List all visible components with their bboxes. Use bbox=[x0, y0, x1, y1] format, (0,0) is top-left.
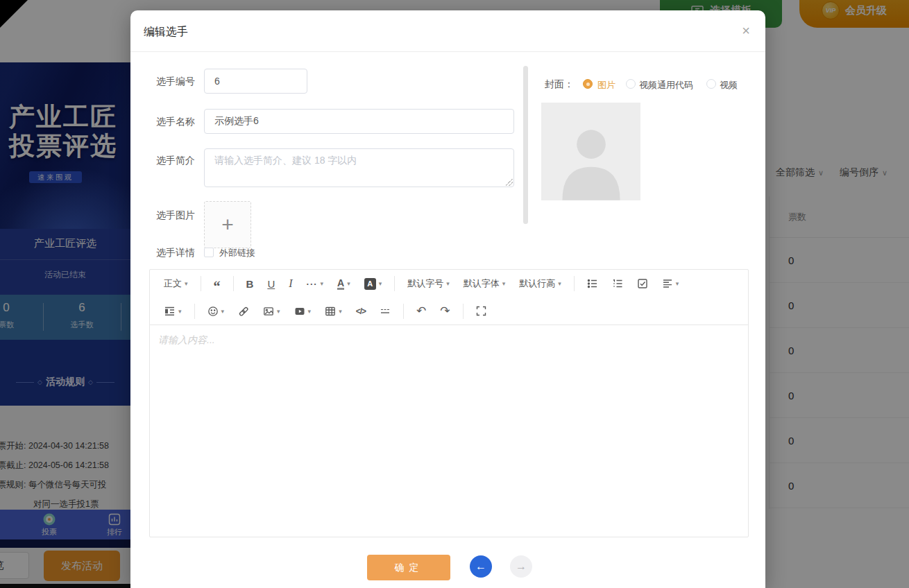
caret-down-icon: ▾ bbox=[676, 280, 679, 287]
image-dropdown[interactable]: ▾ bbox=[256, 302, 287, 321]
redo-button[interactable]: ↷ bbox=[433, 302, 457, 321]
ordered-list-icon bbox=[612, 278, 623, 289]
player-number-input[interactable] bbox=[204, 69, 307, 94]
italic-button[interactable]: I bbox=[282, 274, 299, 293]
arrow-right-icon: → bbox=[516, 560, 527, 573]
more-styles-dropdown[interactable]: ··· ▾ bbox=[300, 274, 331, 293]
align-icon bbox=[662, 278, 673, 289]
redo-icon: ↷ bbox=[440, 304, 450, 318]
undo-button[interactable]: ↶ bbox=[409, 302, 433, 321]
align-dropdown[interactable]: ▾ bbox=[655, 274, 686, 293]
link-button[interactable] bbox=[231, 302, 256, 321]
player-image-label: 选手图片 bbox=[156, 209, 195, 222]
code-icon: </> bbox=[356, 306, 366, 316]
horizontal-rule-icon bbox=[380, 306, 391, 317]
font-size-dropdown[interactable]: 默认字号 ▾ bbox=[400, 274, 457, 293]
underline-icon: U bbox=[267, 278, 275, 290]
cover-radio-video[interactable] bbox=[706, 79, 716, 89]
editor-placeholder: 请输入内容... bbox=[158, 334, 215, 345]
font-size-label: 默认字号 bbox=[407, 277, 443, 290]
cover-radio-image[interactable] bbox=[583, 79, 593, 89]
cover-label: 封面： bbox=[545, 78, 574, 91]
image-upload-box[interactable]: + bbox=[204, 201, 251, 248]
caret-down-icon: ▾ bbox=[178, 308, 182, 315]
external-link-checkbox[interactable] bbox=[204, 248, 214, 257]
divider bbox=[201, 276, 201, 291]
fullscreen-button[interactable] bbox=[469, 302, 493, 321]
fullscreen-icon bbox=[476, 306, 486, 316]
image-icon bbox=[263, 306, 274, 317]
italic-icon: I bbox=[289, 277, 292, 290]
close-icon[interactable]: × bbox=[742, 24, 750, 37]
resize-handle-icon[interactable] bbox=[506, 179, 513, 186]
paragraph-label: 正文 bbox=[164, 277, 182, 290]
caret-down-icon: ▾ bbox=[308, 308, 312, 315]
editor-toolbar-row1: 正文 ▾ “ B U I ··· ▾ A ▾ bbox=[150, 270, 748, 297]
task-list-button[interactable] bbox=[630, 274, 655, 293]
code-block-button[interactable]: </> bbox=[349, 302, 373, 321]
font-family-dropdown[interactable]: 默认字体 ▾ bbox=[457, 274, 513, 293]
player-name-input[interactable] bbox=[204, 109, 514, 134]
more-icon: ··· bbox=[307, 279, 318, 289]
caret-down-icon: ▾ bbox=[347, 280, 350, 287]
bg-color-icon: A bbox=[364, 278, 376, 290]
modal-header: 编辑选手 × bbox=[130, 10, 765, 52]
indent-icon bbox=[164, 306, 176, 317]
caret-down-icon: ▾ bbox=[558, 280, 561, 287]
cover-preview bbox=[541, 103, 640, 200]
rich-text-editor: 正文 ▾ “ B U I ··· ▾ A ▾ bbox=[149, 269, 749, 537]
player-detail-label: 选手详情 bbox=[156, 247, 195, 259]
editor-content[interactable]: 请输入内容... bbox=[150, 325, 748, 537]
arrow-left-icon: ← bbox=[475, 560, 486, 573]
divider bbox=[233, 276, 234, 291]
ordered-list-button[interactable] bbox=[605, 274, 630, 293]
app-root: 选择模板 VIP 会员升级 产业工匠 投票评选 速来围观 产业工匠评选 活动已结… bbox=[0, 0, 909, 588]
caret-down-icon: ▾ bbox=[339, 308, 342, 315]
cover-option-image-label[interactable]: 图片 bbox=[597, 79, 615, 92]
blockquote-button[interactable]: “ bbox=[207, 274, 228, 293]
player-intro-label: 选手简介 bbox=[156, 155, 195, 167]
content-scrollbar[interactable] bbox=[523, 66, 528, 224]
cover-option-video-code-label[interactable]: 视频通用代码 bbox=[639, 79, 693, 92]
next-player-button[interactable]: → bbox=[510, 555, 532, 578]
emoji-dropdown[interactable]: ▾ bbox=[201, 302, 232, 321]
player-name-label: 选手名称 bbox=[156, 116, 195, 128]
confirm-button[interactable]: 确定 bbox=[367, 555, 450, 580]
caret-down-icon: ▾ bbox=[221, 308, 225, 315]
caret-down-icon: ▾ bbox=[379, 280, 382, 287]
bullet-list-icon bbox=[587, 278, 598, 289]
bullet-list-button[interactable] bbox=[580, 274, 605, 293]
edit-player-modal: 编辑选手 × 选手编号 选手名称 选手简介 选手图片 + 选手详情 外部链接 封… bbox=[130, 10, 765, 588]
person-silhouette-icon bbox=[546, 114, 636, 200]
caret-down-icon: ▾ bbox=[446, 280, 450, 287]
table-dropdown[interactable]: ▾ bbox=[318, 302, 349, 321]
quote-icon: “ bbox=[214, 283, 221, 290]
line-height-dropdown[interactable]: 默认行高 ▾ bbox=[512, 274, 568, 293]
divider bbox=[194, 304, 195, 319]
underline-button[interactable]: U bbox=[260, 274, 282, 293]
font-color-dropdown[interactable]: A ▾ bbox=[330, 274, 357, 293]
indent-dropdown[interactable]: ▾ bbox=[157, 302, 189, 321]
cover-option-video-label[interactable]: 视频 bbox=[720, 79, 738, 92]
paragraph-dropdown[interactable]: 正文 ▾ bbox=[157, 274, 195, 293]
prev-player-button[interactable]: ← bbox=[470, 555, 492, 578]
divider bbox=[394, 276, 395, 291]
font-family-label: 默认字体 bbox=[464, 277, 500, 290]
task-list-icon bbox=[637, 278, 648, 289]
caret-down-icon: ▾ bbox=[185, 280, 188, 287]
undo-icon: ↶ bbox=[416, 304, 426, 318]
bold-icon: B bbox=[246, 278, 254, 290]
video-dropdown[interactable]: ▾ bbox=[287, 302, 318, 321]
table-icon bbox=[325, 306, 336, 317]
font-color-icon: A bbox=[337, 278, 344, 290]
bg-color-dropdown[interactable]: A ▾ bbox=[357, 274, 389, 293]
editor-toolbar-row2: ▾ ▾ bbox=[150, 297, 748, 325]
divider bbox=[463, 304, 464, 319]
cover-radio-video-code[interactable] bbox=[626, 79, 636, 89]
player-intro-textarea[interactable] bbox=[204, 148, 514, 187]
caret-down-icon: ▾ bbox=[277, 308, 280, 315]
emoji-icon bbox=[207, 306, 219, 317]
line-height-label: 默认行高 bbox=[519, 277, 555, 290]
horizontal-rule-button[interactable] bbox=[373, 302, 398, 321]
bold-button[interactable]: B bbox=[239, 274, 261, 293]
